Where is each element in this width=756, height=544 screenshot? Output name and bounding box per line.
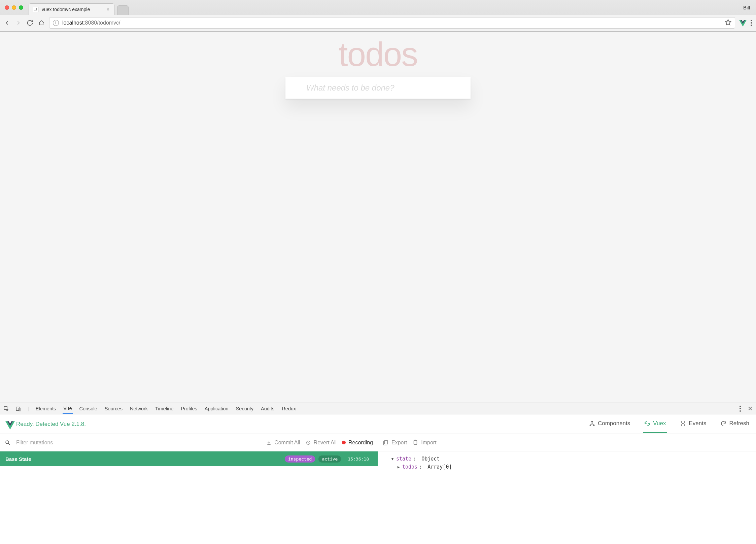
vuex-body: Commit All Revert All Recording Base Sta…	[0, 434, 756, 544]
site-info-icon[interactable]: i	[53, 20, 59, 26]
browser-toolbar: i localhost:8080/todomvc/	[0, 15, 756, 31]
device-toolbar-icon[interactable]	[15, 406, 22, 412]
mutation-name: Base State	[5, 456, 31, 462]
minimize-window-icon[interactable]	[12, 5, 16, 10]
reload-button[interactable]	[26, 19, 34, 27]
vue-devtools-nav: Components Vuex Events Refresh	[588, 415, 751, 433]
svg-point-13	[681, 424, 682, 425]
svg-line-20	[307, 441, 310, 444]
close-window-icon[interactable]	[5, 5, 9, 10]
caret-right-icon[interactable]: ▶	[396, 465, 401, 469]
vue-logo-icon	[5, 421, 12, 427]
mutation-row-base-state[interactable]: Base State inspected active 15:36:18	[0, 451, 378, 466]
tree-row-todos[interactable]: ▶ todos: Array[0]	[380, 463, 754, 471]
new-tab-button[interactable]	[117, 5, 129, 15]
devtools-tab-application[interactable]: Application	[204, 404, 229, 414]
devtools-menu-icon[interactable]	[739, 405, 742, 412]
nav-events[interactable]: Events	[679, 415, 708, 433]
zoom-window-icon[interactable]	[19, 5, 23, 10]
bookmark-icon[interactable]	[725, 19, 731, 27]
tab-title: vuex todomvc example	[42, 7, 90, 12]
address-bar[interactable]: i localhost:8080/todomvc/	[49, 17, 735, 29]
devtools-tab-elements[interactable]: Elements	[35, 404, 57, 414]
browser-menu-icon[interactable]	[750, 19, 753, 27]
state-tree: ▼ state: Object ▶ todos: Array[0]	[378, 451, 756, 474]
state-pane: Export Import ▼ state: Object ▶ todos: A…	[378, 434, 756, 544]
record-icon	[342, 441, 346, 444]
badge-time: 15:36:18	[344, 455, 372, 463]
vue-status: Ready. Detected Vue 2.1.8.	[5, 421, 86, 428]
export-button[interactable]: Export	[383, 440, 407, 446]
svg-point-8	[591, 421, 592, 422]
tab-close-icon[interactable]: ×	[107, 7, 109, 12]
svg-point-16	[6, 441, 9, 444]
devtools-tab-timeline[interactable]: Timeline	[154, 404, 174, 414]
devtools-tab-network[interactable]: Network	[129, 404, 148, 414]
browser-chrome: vuex todomvc example × Bill i localhost:…	[0, 0, 756, 32]
revert-all-button[interactable]: Revert All	[306, 440, 337, 446]
devtools-tab-profiles[interactable]: Profiles	[180, 404, 198, 414]
todo-card	[285, 77, 471, 99]
devtools-tab-audits[interactable]: Audits	[260, 404, 275, 414]
search-icon	[5, 440, 11, 446]
page-content: todos	[0, 32, 756, 403]
window-controls	[5, 5, 23, 10]
vue-status-text: Ready. Detected Vue 2.1.8.	[16, 421, 86, 428]
profile-name[interactable]: Bill	[743, 5, 750, 10]
inspect-element-icon[interactable]	[3, 406, 9, 412]
import-button[interactable]: Import	[412, 440, 436, 446]
badge-active: active	[318, 455, 341, 463]
devtools-close-icon[interactable]: ✕	[748, 405, 753, 412]
state-toolbar: Export Import	[378, 434, 756, 451]
back-button[interactable]	[3, 19, 11, 27]
svg-point-12	[684, 421, 685, 422]
home-button[interactable]	[38, 19, 45, 27]
new-todo-input[interactable]	[285, 77, 471, 99]
mutations-toolbar: Commit All Revert All Recording	[0, 434, 378, 451]
svg-point-15	[683, 423, 683, 424]
devtools-panel: | Elements Vue Console Sources Network T…	[0, 403, 756, 544]
svg-line-17	[8, 443, 10, 444]
tree-row-state[interactable]: ▼ state: Object	[380, 455, 754, 463]
badge-inspected: inspected	[285, 455, 315, 463]
svg-rect-21	[384, 440, 387, 444]
vue-devtools-header: Ready. Detected Vue 2.1.8. Components Vu…	[0, 414, 756, 434]
svg-point-11	[681, 421, 682, 422]
browser-tab[interactable]: vuex todomvc example ×	[29, 3, 114, 15]
filter-mutations-input[interactable]	[16, 440, 83, 446]
tab-favicon-icon	[33, 7, 38, 12]
devtools-tab-vue[interactable]: Vue	[63, 403, 72, 414]
url-text: localhost:8080/todomvc/	[62, 20, 121, 26]
caret-down-icon[interactable]: ▼	[390, 457, 395, 461]
commit-all-button[interactable]: Commit All	[266, 440, 300, 446]
tab-strip: vuex todomvc example × Bill	[0, 0, 756, 15]
vue-devtools-extension-icon[interactable]	[739, 20, 746, 26]
nav-components[interactable]: Components	[588, 415, 631, 433]
nav-vuex[interactable]: Vuex	[643, 415, 667, 433]
forward-button	[15, 19, 22, 27]
devtools-tab-security[interactable]: Security	[235, 404, 254, 414]
devtools-tab-redux[interactable]: Redux	[281, 404, 297, 414]
app-title: todos	[339, 35, 418, 74]
devtools-tab-console[interactable]: Console	[79, 404, 98, 414]
recording-toggle[interactable]: Recording	[342, 440, 373, 446]
devtools-tab-sources[interactable]: Sources	[104, 404, 123, 414]
mutations-pane: Commit All Revert All Recording Base Sta…	[0, 434, 378, 544]
nav-refresh[interactable]: Refresh	[719, 415, 751, 433]
svg-point-14	[684, 424, 685, 425]
devtools-tab-bar: | Elements Vue Console Sources Network T…	[0, 403, 756, 414]
svg-marker-0	[725, 20, 731, 25]
